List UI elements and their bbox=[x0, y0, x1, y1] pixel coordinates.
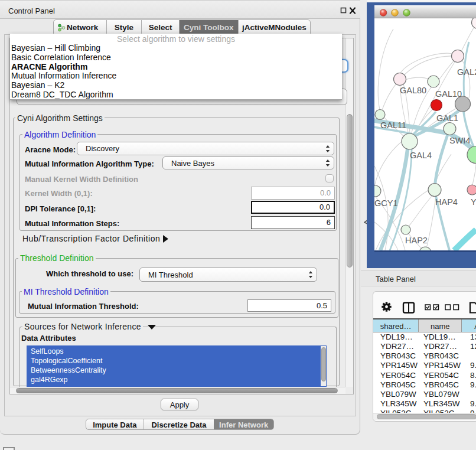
svg-text:SWI4: SWI4 bbox=[449, 136, 470, 145]
svg-text:GAL2: GAL2 bbox=[457, 67, 476, 77]
svg-text:GAL4: GAL4 bbox=[410, 151, 432, 160]
svg-text:YJ: YJ bbox=[471, 197, 476, 207]
svg-text:GAL11: GAL11 bbox=[380, 120, 406, 130]
svg-text:HAP4: HAP4 bbox=[435, 197, 458, 207]
svg-text:HAP2: HAP2 bbox=[405, 236, 428, 245]
svg-text:GCY1: GCY1 bbox=[374, 198, 398, 208]
svg-text:GAL10: GAL10 bbox=[435, 89, 462, 99]
svg-text:GAL1: GAL1 bbox=[436, 113, 458, 123]
svg-text:GAL80: GAL80 bbox=[400, 86, 426, 95]
